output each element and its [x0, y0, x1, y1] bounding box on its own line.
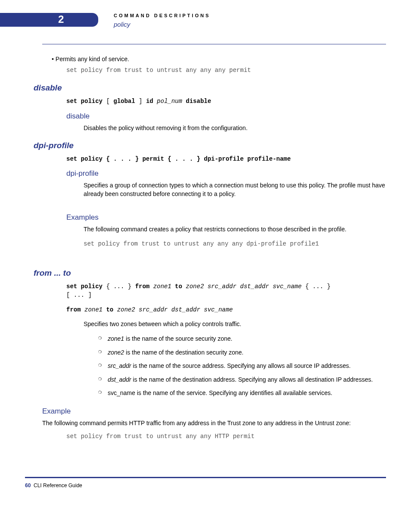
list-item: zone1 is the name of the source security…: [100, 335, 386, 343]
dpi-examples-heading: Examples: [66, 213, 386, 222]
dpi-examples-code: set policy from trust to untrust any any…: [84, 240, 386, 248]
list-item: src_addr is the name of the source addre…: [100, 362, 386, 370]
header-title: COMMAND DESCRIPTIONS: [114, 13, 210, 18]
dpi-syntax: set policy { . . . } permit { . . . } dp…: [66, 155, 386, 163]
dpi-desc: Specifies a group of connection types to…: [84, 181, 386, 198]
list-item: svc_name is the name of the service. Spe…: [100, 389, 386, 398]
header-subtitle: policy: [114, 21, 130, 28]
section-fromto-heading: from ... to: [34, 268, 386, 278]
section-disable-heading: disable: [34, 83, 386, 93]
section-dpi-heading: dpi-profile: [34, 141, 386, 150]
fromto-sublist: zone1 is the name of the source security…: [100, 335, 386, 398]
page-header: 2 COMMAND DESCRIPTIONS policy: [25, 13, 386, 34]
disable-subheading: disable: [66, 112, 386, 121]
intro-bullet: Permits any kind of service.: [52, 56, 386, 62]
chapter-tab: 2: [0, 13, 98, 27]
footer-rule: [25, 477, 386, 478]
intro-code: set policy from trust to untrust any any…: [66, 66, 386, 75]
page-number: 60: [25, 482, 31, 488]
chapter-number: 2: [58, 13, 64, 25]
disable-desc: Disables the policy without removing it …: [84, 124, 386, 133]
fromto-desc: Specifies two zones between which a poli…: [84, 320, 386, 329]
fromto-example-text: The following command permits HTTP traff…: [42, 419, 386, 428]
list-item: dst_addr is the name of the destination …: [100, 376, 386, 384]
fromto-syntax1: set policy { ... } from zone1 to zone2 s…: [66, 282, 386, 300]
fromto-syntax2: from zone1 to zone2 src_addr dst_addr sv…: [66, 305, 386, 314]
dpi-subheading: dpi-profile: [66, 169, 386, 178]
dpi-examples-text: The following command creates a policy t…: [84, 225, 386, 234]
list-item: zone2 is the name of the destination sec…: [100, 348, 386, 357]
header-rule: [42, 44, 386, 44]
disable-syntax: set policy [ global ] id pol_num disable: [66, 97, 386, 106]
fromto-example-code: set policy from trust to untrust any any…: [66, 432, 386, 441]
fromto-example-heading: Example: [42, 407, 386, 416]
footer-label: CLI Reference Guide: [34, 482, 82, 488]
page-footer: 60 CLI Reference Guide: [25, 482, 386, 488]
